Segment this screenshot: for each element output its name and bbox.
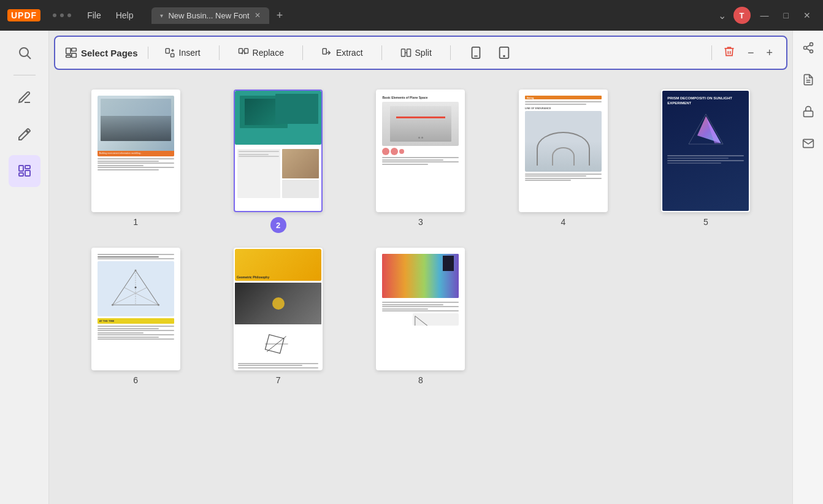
page-item-7[interactable]: Geometric Philosophy: [216, 248, 340, 385]
content-area: Select Pages Insert: [49, 31, 792, 504]
svg-point-43: [803, 47, 806, 50]
insert-icon: [164, 47, 175, 58]
separator-5: [711, 45, 712, 60]
page-thumb-7[interactable]: Geometric Philosophy: [234, 248, 323, 370]
separator-4: [450, 45, 451, 60]
page-item-5[interactable]: PRISM DECOMPOSITI ON SUNLIGHT EXPERIMENT: [644, 90, 768, 233]
svg-rect-15: [401, 49, 405, 56]
svg-rect-3: [25, 166, 30, 169]
tab-title: New Busin... New Font: [168, 11, 249, 20]
title-bar-actions: ⌄ T — □ ✕: [716, 7, 816, 24]
page-thumb-5[interactable]: PRISM DECOMPOSITI ON SUNLIGHT EXPERIMENT: [661, 90, 750, 212]
page-item-6[interactable]: AT THE TIME 6: [74, 248, 197, 385]
phone-icon: [469, 46, 483, 59]
page-item-1[interactable]: Building environment information modelli…: [74, 90, 197, 233]
delete-button[interactable]: [719, 42, 739, 64]
select-pages-icon: [65, 47, 77, 59]
tab-close-icon[interactable]: ✕: [255, 11, 261, 20]
page-item-2[interactable]: 2: [216, 90, 340, 233]
svg-rect-8: [72, 53, 77, 58]
replace-button[interactable]: Replace: [232, 44, 290, 62]
svg-point-34: [135, 286, 137, 288]
avatar[interactable]: T: [733, 7, 751, 24]
insert-button[interactable]: Insert: [158, 44, 207, 62]
svg-line-1: [27, 56, 31, 59]
page-item-8[interactable]: 8: [359, 248, 483, 385]
svg-rect-16: [407, 49, 410, 56]
tab-bar: ▾ New Busin... New Font ✕ +: [151, 7, 715, 24]
replace-icon: [238, 47, 249, 58]
left-sidebar: [0, 31, 49, 504]
zoom-out-button[interactable]: −: [744, 44, 758, 62]
mail-icon: [802, 137, 814, 150]
main-layout: Select Pages Insert: [0, 31, 823, 504]
page-number-3: 3: [418, 217, 423, 227]
toolbar-right: − +: [709, 42, 776, 64]
svg-line-29: [113, 288, 147, 305]
svg-rect-4: [25, 170, 30, 176]
maximize-button[interactable]: □: [779, 8, 794, 23]
lock-icon: [802, 105, 814, 118]
device-phone-button[interactable]: [463, 42, 489, 63]
page-number-7: 7: [276, 375, 281, 385]
dot-1: [53, 13, 56, 17]
svg-point-0: [20, 48, 28, 56]
svg-rect-10: [166, 48, 169, 53]
title-bar: UPDF File Help ▾ New Busin... New Font ✕…: [0, 0, 823, 31]
page-thumb-3[interactable]: Basic Elements of Plane Space: [376, 90, 465, 212]
sidebar-divider-1: [13, 75, 36, 75]
geometry-diagram: [108, 267, 163, 310]
page-thumb-2[interactable]: [234, 90, 323, 212]
page-item-3[interactable]: Basic Elements of Plane Space: [359, 90, 483, 233]
separator-2: [302, 45, 303, 60]
menu-help[interactable]: Help: [110, 8, 140, 23]
sidebar-btn-pages[interactable]: [9, 155, 40, 187]
page-number-badge-2: 2: [270, 217, 286, 233]
toolbar-replace-section: Replace: [222, 44, 300, 62]
svg-rect-6: [66, 48, 71, 54]
toolbar-extract-section: Extract: [305, 44, 379, 62]
zoom-in-button[interactable]: +: [762, 44, 776, 62]
select-pages-section: Select Pages: [65, 47, 148, 59]
sidebar-btn-edit[interactable]: [9, 82, 40, 113]
prism-visual: [684, 110, 727, 153]
right-btn-share[interactable]: [797, 37, 819, 59]
page-thumb-4[interactable]: String LINE OF ENDURANCE: [519, 90, 608, 212]
right-btn-mail[interactable]: [797, 132, 819, 155]
page-number-8: 8: [418, 375, 423, 385]
svg-rect-49: [803, 111, 813, 116]
page-number-5: 5: [703, 217, 708, 227]
page-thumb-1[interactable]: Building environment information modelli…: [91, 90, 180, 212]
page-grid: Building environment information modelli…: [49, 75, 792, 504]
dropdown-icon[interactable]: ⌄: [716, 7, 729, 24]
right-btn-pdf[interactable]: [797, 69, 819, 91]
page-thumb-6[interactable]: AT THE TIME: [91, 248, 180, 370]
sketch-diagram: [263, 329, 294, 359]
close-button[interactable]: ✕: [798, 8, 816, 23]
right-sidebar: [792, 31, 823, 504]
toolbar-split-section: Split: [385, 44, 448, 62]
split-button[interactable]: Split: [394, 44, 438, 62]
extract-button[interactable]: Extract: [315, 44, 369, 62]
page-number-4: 4: [561, 217, 565, 227]
page-item-4[interactable]: String LINE OF ENDURANCE: [501, 90, 625, 233]
extract-icon: [321, 47, 332, 58]
tab-current[interactable]: ▾ New Busin... New Font ✕: [151, 7, 269, 24]
svg-line-40: [415, 316, 448, 326]
replace-label: Replace: [253, 48, 284, 58]
minimize-button[interactable]: —: [756, 8, 774, 23]
svg-point-42: [810, 43, 813, 46]
sidebar-btn-annotate[interactable]: [9, 118, 40, 150]
menu-file[interactable]: File: [81, 8, 107, 23]
page-thumb-8[interactable]: [376, 248, 465, 370]
svg-point-33: [158, 304, 159, 306]
trash-icon: [723, 45, 735, 58]
tab-add-button[interactable]: +: [272, 9, 288, 22]
split-icon: [400, 47, 412, 58]
sidebar-btn-search[interactable]: [9, 37, 40, 69]
select-pages-label: Select Pages: [81, 48, 138, 58]
device-tablet-button[interactable]: [491, 42, 517, 63]
separator-3: [381, 45, 382, 60]
right-btn-lock[interactable]: [797, 101, 819, 123]
insert-label: Insert: [179, 48, 201, 58]
